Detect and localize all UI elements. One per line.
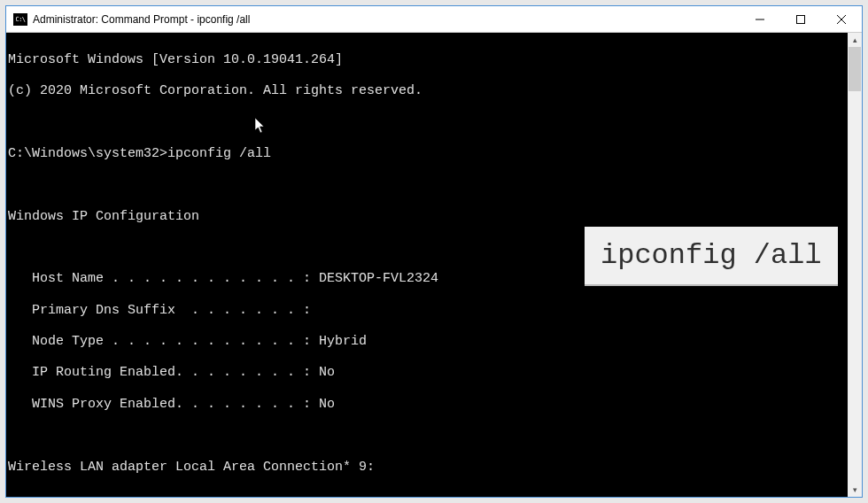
maximize-button[interactable]	[780, 6, 821, 32]
output-line: Node Type . . . . . . . . . . . . : Hybr…	[8, 334, 860, 350]
output-line: Primary Dns Suffix . . . . . . . :	[8, 303, 860, 319]
app-icon	[13, 13, 27, 26]
section-header: Wireless LAN adapter Local Area Connecti…	[8, 460, 860, 476]
output-line: (c) 2020 Microsoft Corporation. All righ…	[8, 83, 860, 99]
output-line	[8, 491, 860, 497]
close-button[interactable]	[821, 6, 862, 32]
command-overlay-label: ipconfig /all	[585, 227, 838, 286]
vertical-scrollbar[interactable]: ▴ ▾	[848, 33, 862, 497]
maximize-icon	[796, 15, 805, 24]
scrollbar-down-arrow[interactable]: ▾	[848, 483, 862, 497]
output-line	[8, 428, 860, 444]
svg-rect-1	[797, 15, 805, 23]
close-icon	[837, 15, 846, 24]
prompt-line: C:\Windows\system32>ipconfig /all	[8, 146, 860, 162]
section-header: Windows IP Configuration	[8, 209, 860, 225]
minimize-button[interactable]	[740, 6, 780, 32]
minimize-icon	[756, 15, 764, 24]
scrollbar-thumb[interactable]	[849, 47, 861, 91]
output-line	[8, 177, 860, 193]
output-line: IP Routing Enabled. . . . . . . . : No	[8, 365, 860, 381]
output-line: Microsoft Windows [Version 10.0.19041.26…	[8, 52, 860, 68]
titlebar[interactable]: Administrator: Command Prompt - ipconfig…	[6, 6, 862, 33]
window-controls	[740, 6, 862, 32]
window-title: Administrator: Command Prompt - ipconfig…	[33, 13, 740, 26]
output-line: WINS Proxy Enabled. . . . . . . . : No	[8, 397, 860, 413]
output-line	[8, 114, 860, 130]
command-text: ipconfig /all	[167, 146, 271, 161]
scrollbar-up-arrow[interactable]: ▴	[848, 33, 862, 47]
prompt: C:\Windows\system32>	[8, 146, 167, 161]
